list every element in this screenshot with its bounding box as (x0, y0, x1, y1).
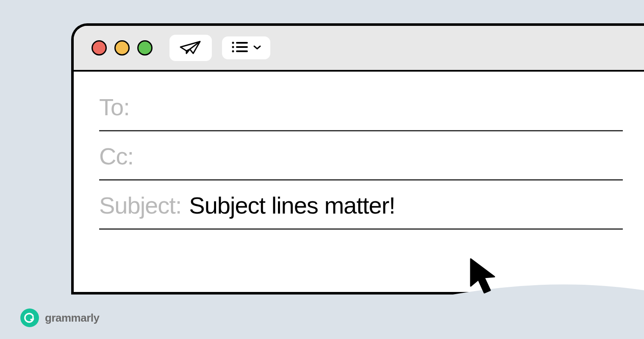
svg-point-4 (232, 50, 234, 53)
maximize-button[interactable] (137, 40, 153, 56)
list-icon (231, 41, 249, 55)
subject-label: Subject: (99, 192, 181, 219)
cursor-icon (467, 256, 500, 298)
paper-plane-icon (179, 39, 203, 57)
format-list-button[interactable] (222, 36, 270, 59)
chevron-down-icon (253, 44, 261, 52)
svg-rect-5 (236, 50, 248, 52)
cc-field-row[interactable]: Cc: (99, 131, 623, 181)
compose-fields: To: Cc: Subject: Subject lines matter! (74, 72, 644, 230)
grammarly-logo-icon (20, 308, 39, 327)
close-button[interactable] (92, 40, 107, 56)
svg-point-2 (232, 46, 234, 48)
svg-point-0 (232, 42, 234, 44)
window-controls (92, 40, 153, 56)
brand-badge: grammarly (20, 308, 99, 327)
svg-rect-3 (236, 46, 248, 48)
svg-rect-1 (236, 42, 248, 44)
to-label: To: (99, 93, 130, 121)
compose-window: To: Cc: Subject: Subject lines matter! (71, 23, 644, 295)
window-titlebar (74, 26, 644, 72)
decorative-wave (51, 267, 644, 339)
brand-name: grammarly (45, 311, 99, 325)
send-button[interactable] (169, 35, 212, 61)
to-field-row[interactable]: To: (99, 82, 623, 131)
subject-value: Subject lines matter! (189, 192, 395, 219)
cc-label: Cc: (99, 142, 133, 170)
minimize-button[interactable] (114, 40, 130, 56)
subject-field-row[interactable]: Subject: Subject lines matter! (99, 181, 623, 230)
